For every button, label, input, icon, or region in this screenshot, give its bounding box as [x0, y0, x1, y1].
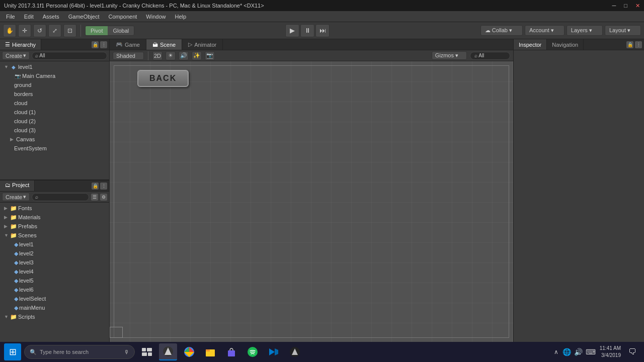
- folder-icon: 📁: [10, 314, 17, 320]
- project-item-level6[interactable]: ◆ level6: [0, 285, 109, 294]
- project-list-view-btn[interactable]: ☰: [91, 194, 98, 201]
- play-button[interactable]: ▶: [285, 24, 299, 37]
- tab-project[interactable]: 🗂 Project: [0, 180, 35, 191]
- tab-scene[interactable]: 🏔 Scene: [146, 39, 182, 50]
- shading-mode-dropdown[interactable]: Shaded: [113, 52, 144, 60]
- close-btn[interactable]: ✕: [635, 3, 640, 9]
- tab-inspector[interactable]: Inspector: [514, 39, 547, 50]
- collab-button[interactable]: ☁ Collab ▾: [480, 25, 523, 36]
- project-create-btn[interactable]: Create ▾: [2, 193, 30, 201]
- project-item-mainmenu[interactable]: ◆ mainMenu: [0, 303, 109, 312]
- project-item-materials[interactable]: ▶ 📁 Materials: [0, 213, 109, 222]
- hierarchy-menu-btn[interactable]: ⋮: [100, 41, 107, 48]
- hierarchy-search[interactable]: ⌕ All: [32, 52, 107, 60]
- scene-camera-btn[interactable]: 📷: [205, 51, 215, 60]
- hierarchy-item-maincamera[interactable]: 📷 Main Camera: [0, 71, 109, 80]
- project-item-levelselect[interactable]: ◆ levelSelect: [0, 294, 109, 303]
- hierarchy-item-ground[interactable]: ground: [0, 80, 109, 89]
- project-item-level1[interactable]: ◆ level1: [0, 240, 109, 249]
- taskbar-multitask[interactable]: [138, 343, 156, 360]
- pivot-toggle[interactable]: Pivot: [86, 26, 108, 35]
- project-item-scenes[interactable]: ▼ 📁 Scenes: [0, 231, 109, 240]
- project-item-fonts[interactable]: ▶ 📁 Fonts: [0, 204, 109, 213]
- menu-assets[interactable]: Assets: [39, 13, 63, 21]
- menu-window[interactable]: Window: [142, 13, 170, 21]
- pause-button[interactable]: ⏸: [300, 24, 314, 37]
- taskbar-search[interactable]: 🔍 Type here to search 🎙: [24, 345, 135, 359]
- minimize-btn[interactable]: ─: [612, 3, 616, 9]
- project-panel: 🗂 Project 🔒 ⋮ Create ▾ ⌕ ☰ ⚙: [0, 180, 109, 321]
- tab-navigation[interactable]: Navigation: [547, 39, 584, 50]
- inspector-menu-btn[interactable]: ⋮: [635, 41, 642, 48]
- inspector-tabs: Inspector Navigation 🔒 ⋮: [514, 39, 644, 50]
- hierarchy-item-cloud2[interactable]: cloud (2): [0, 117, 109, 126]
- project-settings-btn[interactable]: ⚙: [100, 194, 107, 201]
- project-search[interactable]: ⌕: [32, 193, 89, 201]
- project-lock-btn[interactable]: 🔒: [92, 183, 99, 190]
- menu-file[interactable]: File: [2, 13, 19, 21]
- hierarchy-item-cloud1[interactable]: cloud (1): [0, 108, 109, 117]
- project-item-level2[interactable]: ◆ level2: [0, 249, 109, 258]
- project-item-level3[interactable]: ◆ level3: [0, 258, 109, 267]
- tool-move[interactable]: ✛: [18, 24, 31, 37]
- tool-rect[interactable]: ⊡: [63, 24, 76, 37]
- hierarchy-item-cloud3[interactable]: cloud (3): [0, 126, 109, 135]
- project-item-scripts[interactable]: ▼ 📁 Scripts: [0, 312, 109, 321]
- taskbar-unity2-app[interactable]: [286, 343, 304, 360]
- hierarchy-item-level1[interactable]: ▼ ◆ level1: [0, 62, 109, 71]
- volume-icon[interactable]: 🔊: [574, 348, 583, 356]
- taskbar-chrome-app[interactable]: [180, 343, 198, 360]
- svg-rect-9: [206, 349, 210, 351]
- taskbar-bag-app[interactable]: [222, 343, 240, 360]
- scene-fx-btn[interactable]: ✨: [192, 51, 202, 60]
- scene-file-icon: ◆: [14, 278, 18, 284]
- taskbar-unity-app[interactable]: [159, 343, 177, 360]
- tab-animator[interactable]: ▷ Animator: [182, 39, 223, 50]
- menu-component[interactable]: Component: [104, 13, 141, 21]
- hierarchy-create-btn[interactable]: Create ▾: [2, 51, 30, 60]
- menu-gameobject[interactable]: GameObject: [64, 13, 104, 21]
- layout-button[interactable]: Layout ▾: [605, 25, 641, 36]
- maximize-btn[interactable]: □: [624, 3, 627, 9]
- inspector-lock-btn[interactable]: 🔒: [626, 41, 633, 48]
- hierarchy-lock-btn[interactable]: 🔒: [92, 41, 99, 48]
- project-menu-btn[interactable]: ⋮: [100, 183, 107, 190]
- scene-search[interactable]: ⌕ All: [470, 52, 510, 60]
- tab-game[interactable]: 🎮 Game: [110, 39, 146, 50]
- hierarchy-item-eventsystem[interactable]: EventSystem: [0, 144, 109, 153]
- global-toggle[interactable]: Global: [108, 26, 134, 35]
- scene-light-btn[interactable]: ☀: [166, 51, 176, 60]
- network-icon[interactable]: 🌐: [562, 348, 571, 356]
- battery-icon[interactable]: ⌨: [586, 348, 596, 356]
- scene-audio-btn[interactable]: 🔊: [179, 51, 189, 60]
- project-item-level4[interactable]: ◆ level4: [0, 267, 109, 276]
- menu-help[interactable]: Help: [171, 13, 190, 21]
- project-item-level5[interactable]: ◆ level5: [0, 276, 109, 285]
- notification-btn[interactable]: 🗨: [625, 344, 640, 359]
- tool-hand[interactable]: ✋: [3, 24, 16, 37]
- taskbar-spotify-app[interactable]: [244, 343, 262, 360]
- view-2d-btn[interactable]: 2D: [152, 51, 163, 60]
- clock[interactable]: 11:41 AM 3/4/2019: [600, 345, 621, 359]
- taskbar-explorer-app[interactable]: [201, 343, 219, 360]
- menu-edit[interactable]: Edit: [20, 13, 38, 21]
- tool-scale[interactable]: ⤢: [48, 24, 61, 37]
- hierarchy-item-borders[interactable]: borders: [0, 89, 109, 99]
- scene-small-object: [110, 327, 123, 338]
- clock-time: 11:41 AM: [600, 345, 621, 352]
- tab-hierarchy[interactable]: ☰ Hierarchy: [0, 39, 41, 50]
- step-button[interactable]: ⏭: [315, 24, 330, 37]
- gizmos-dropdown[interactable]: Gizmos ▾: [432, 51, 467, 60]
- project-icon: 🗂: [5, 182, 11, 188]
- systray-up-arrow[interactable]: ∧: [554, 348, 558, 355]
- tool-rotate[interactable]: ↺: [33, 24, 46, 37]
- scene-viewport[interactable]: BACK: [110, 61, 513, 342]
- hierarchy-label: Hierarchy: [12, 42, 36, 48]
- hierarchy-item-canvas[interactable]: ▶ Canvas: [0, 135, 109, 144]
- taskbar-vscode-app[interactable]: [265, 343, 283, 360]
- start-button[interactable]: ⊞: [4, 343, 21, 360]
- layers-button[interactable]: Layers ▾: [567, 25, 603, 36]
- account-button[interactable]: Account ▾: [525, 25, 565, 36]
- project-item-prefabs[interactable]: ▶ 📁 Prefabs: [0, 222, 109, 231]
- hierarchy-item-cloud[interactable]: cloud: [0, 99, 109, 108]
